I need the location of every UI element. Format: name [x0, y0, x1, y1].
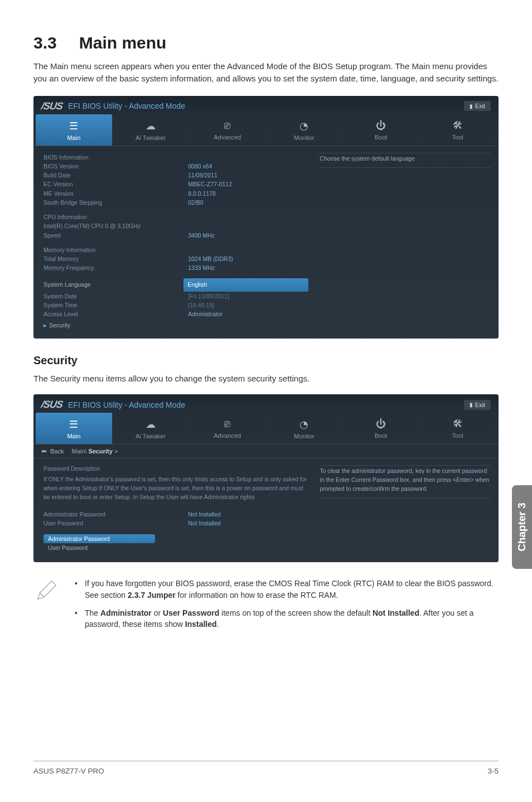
tab-label: Main	[67, 433, 80, 439]
me-version-value: 8.0.0.1178	[188, 189, 308, 198]
tab-boot[interactable]: ⏻Boot	[343, 413, 420, 444]
note-bold: User Password	[163, 608, 219, 617]
chip-icon: ⎚	[189, 418, 265, 430]
bios-info-group: BIOS Information BIOS Version0080 x64 Bu…	[43, 153, 308, 207]
total-memory-value: 1024 MB (DDR3)	[188, 254, 308, 263]
chapter-label: Chapter 3	[516, 503, 528, 552]
exit-label: Exit	[475, 402, 485, 408]
exit-button[interactable]: ▮ Exit	[464, 101, 491, 111]
footer-product: ASUS P8Z77-V PRO	[33, 767, 104, 775]
section-number: 3.3	[33, 33, 57, 52]
south-bridge-label: South Bridge Stepping	[43, 198, 188, 207]
exit-icon: ▮	[470, 402, 473, 408]
access-level-label: Access Level	[43, 310, 188, 318]
note-bold: Administrator	[100, 608, 152, 617]
section-heading: 3.3Main menu	[33, 33, 499, 52]
tab-label: Ai Tweaker	[136, 134, 166, 141]
tab-monitor[interactable]: ◔Monitor	[266, 114, 343, 146]
user-password-button[interactable]: User Password	[43, 543, 308, 552]
asus-logo: /SUS	[40, 399, 64, 410]
password-description-body: If ONLY the Administrator's password is …	[43, 475, 308, 501]
tab-monitor[interactable]: ◔Monitor	[266, 413, 343, 444]
tab-label: Boot	[375, 432, 388, 439]
tab-label: Ai Tweaker	[136, 433, 166, 439]
system-language-value: English	[183, 278, 309, 292]
admin-password-value: Not Installed	[188, 510, 308, 519]
me-version-label: ME Version	[43, 189, 188, 198]
tab-ai-tweaker[interactable]: ☁Ai Tweaker	[113, 114, 190, 146]
bios-title: EFI BIOS Utility - Advanced Mode	[68, 400, 464, 409]
chapter-side-tab: Chapter 3	[512, 485, 532, 569]
tab-boot[interactable]: ⏻Boot	[343, 114, 420, 146]
chevron-right-icon: ▸	[43, 322, 47, 328]
security-heading: Security	[33, 354, 499, 367]
power-icon: ⏻	[343, 120, 419, 132]
tab-label: Advanced	[214, 134, 241, 141]
crumb-current: Security	[88, 448, 112, 455]
exit-icon: ▮	[470, 103, 473, 109]
system-language-row[interactable]: System Language English	[43, 278, 308, 292]
footer-page-number: 3-5	[487, 767, 499, 775]
memory-header: Memory Information	[43, 245, 308, 254]
gauge-icon: ◔	[266, 418, 342, 431]
tab-label: Main	[67, 134, 80, 141]
section-title: Main menu	[79, 33, 167, 52]
build-date-label: Build Date	[43, 171, 188, 180]
ec-version-value: MBEC-Z77-0112	[188, 180, 308, 189]
access-level-value: Administrator	[188, 310, 308, 318]
exit-button[interactable]: ▮ Exit	[464, 400, 491, 410]
bios-tab-bar: ☰Main ☁Ai Tweaker ⎚Advanced ◔Monitor ⏻Bo…	[33, 413, 499, 445]
bios-tab-bar: ☰Main ☁Ai Tweaker ⎚Advanced ◔Monitor ⏻Bo…	[33, 114, 499, 146]
security-paragraph: The Security menu items allow you to cha…	[33, 373, 499, 384]
security-submenu-label: Security	[49, 322, 70, 328]
user-password-value: Not Installed	[188, 519, 308, 528]
tab-tool[interactable]: 🛠Tool	[419, 114, 496, 146]
help-text: To clear the administrator password, key…	[320, 465, 491, 498]
note-pencil-icon	[33, 578, 59, 603]
security-submenu[interactable]: ▸Security	[43, 322, 308, 328]
cpu-info-header: CPU Information	[43, 212, 308, 221]
tab-label: Tool	[452, 432, 463, 439]
system-time-label: System Time	[43, 301, 188, 310]
system-date-value[interactable]: [Fri 11/08/2011]	[188, 292, 308, 301]
note-text: .	[217, 620, 219, 629]
bios-security-screenshot: /SUS EFI BIOS Utility - Advanced Mode ▮ …	[33, 394, 499, 562]
power-icon: ⏻	[343, 418, 419, 430]
tab-label: Monitor	[294, 433, 315, 439]
back-label[interactable]: Back	[50, 448, 64, 455]
password-description-header: Password Description	[43, 465, 308, 472]
cpu-name: Intel(R) Core(TM) CPU 0 @ 3.10GHz	[43, 221, 308, 230]
bios-version-label: BIOS Version	[43, 162, 188, 171]
tool-icon: 🛠	[419, 418, 496, 430]
back-arrow-icon[interactable]: ⬅	[41, 447, 47, 455]
ec-version-label: EC Version	[43, 180, 188, 189]
breadcrumb: ⬅ Back Main\ Security >	[33, 445, 499, 458]
system-date-label: System Date	[43, 292, 188, 301]
tab-advanced[interactable]: ⎚Advanced	[189, 114, 266, 146]
tab-tool[interactable]: 🛠Tool	[419, 413, 496, 444]
system-time-value[interactable]: [16:46:15]	[188, 301, 308, 310]
note-text: or	[152, 608, 163, 617]
list-icon: ☰	[36, 418, 112, 431]
list-icon: ☰	[36, 120, 112, 132]
note-text: for information on how to erase the RTC …	[176, 591, 338, 600]
tab-main[interactable]: ☰Main	[36, 413, 113, 444]
memory-freq-value: 1333 MHz	[188, 263, 308, 272]
help-text: Choose the system default language	[320, 153, 491, 168]
tab-main[interactable]: ☰Main	[36, 114, 113, 146]
intro-paragraph: The Main menu screen appears when you en…	[33, 60, 499, 85]
south-bridge-value: 02/B0	[188, 198, 308, 207]
admin-password-button[interactable]: Administrator Password	[43, 534, 155, 543]
exit-label: Exit	[475, 103, 485, 109]
note-item: The Administrator or User Password items…	[75, 607, 499, 630]
bios-version-value: 0080 x64	[188, 162, 308, 171]
cloud-icon: ☁	[113, 418, 189, 431]
note-bold: Installed	[185, 620, 217, 629]
crumb-path: Main\ Security >	[71, 448, 118, 455]
note-bold: 2.3.7 Jumper	[128, 591, 176, 600]
tab-advanced[interactable]: ⎚Advanced	[189, 413, 266, 444]
crumb-arrow: >	[113, 448, 118, 455]
tab-ai-tweaker[interactable]: ☁Ai Tweaker	[113, 413, 190, 444]
memory-freq-label: Memory Frequency	[43, 263, 188, 272]
asus-logo: /SUS	[40, 100, 64, 112]
